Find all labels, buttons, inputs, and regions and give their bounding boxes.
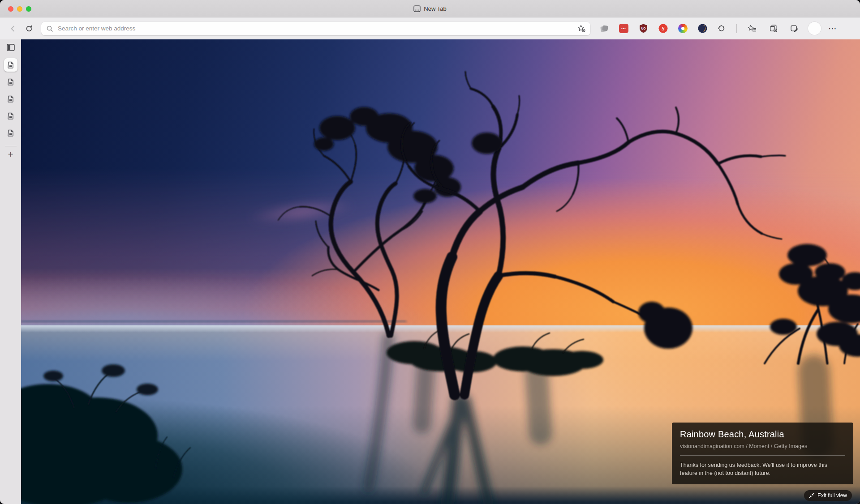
- new-tab-wallpaper: Rainbow Beach, Australia visionandimagin…: [21, 39, 860, 504]
- minimize-window-button[interactable]: [17, 6, 22, 12]
- toolbar: ••• UO S: [0, 17, 860, 39]
- settings-menu-button[interactable]: ⋯: [828, 24, 837, 33]
- toolbar-divider: [736, 24, 737, 33]
- extension-red-swirl-icon[interactable]: S: [658, 24, 668, 33]
- zoom-window-button[interactable]: [26, 6, 31, 12]
- sidebar-tab-1[interactable]: [4, 58, 17, 72]
- panel-divider: [680, 455, 845, 456]
- toolbar-right-group: [715, 23, 800, 34]
- extensions-row: ••• UO S: [599, 24, 707, 33]
- svg-text:S: S: [662, 26, 664, 31]
- active-tab[interactable]: New Tab: [413, 5, 446, 12]
- extension-dark-orb-icon[interactable]: [698, 24, 707, 33]
- document-icon: [7, 78, 15, 86]
- document-icon: [7, 95, 15, 103]
- collections-icon[interactable]: [767, 23, 779, 34]
- extension-color-wheel-icon[interactable]: [678, 24, 688, 33]
- image-source: visionandimagination.com / Moment / Gett…: [680, 443, 845, 449]
- reload-button[interactable]: [23, 23, 35, 34]
- vertical-tabs-toggle[interactable]: [7, 44, 15, 51]
- sidebar-tab-4[interactable]: [4, 109, 17, 123]
- titlebar: New Tab: [0, 0, 860, 17]
- collapse-icon: [809, 493, 814, 498]
- address-input[interactable]: [57, 25, 573, 32]
- extension-ublock-shield-icon[interactable]: UO: [639, 24, 648, 33]
- site-settings-star-icon[interactable]: [577, 25, 586, 33]
- sidebar-tabs: [4, 58, 17, 143]
- close-window-button[interactable]: [8, 6, 13, 12]
- extension-red-dots-icon[interactable]: •••: [619, 24, 628, 33]
- tab-title: New Tab: [424, 5, 446, 12]
- document-icon: [7, 112, 15, 120]
- sidebar-tab-2[interactable]: [4, 75, 17, 89]
- sidebar-divider: [5, 146, 17, 146]
- image-attribution-panel: Rainbow Beach, Australia visionandimagin…: [672, 423, 853, 484]
- exit-full-view-label: Exit full view: [817, 492, 847, 499]
- profile-avatar[interactable]: [808, 22, 821, 35]
- svg-text:UO: UO: [641, 27, 645, 30]
- traffic-lights: [8, 6, 31, 12]
- extension-gray-layers-icon[interactable]: [599, 24, 609, 33]
- new-tab-button[interactable]: +: [4, 150, 17, 159]
- search-icon: [46, 25, 53, 32]
- sidebar-tab-5[interactable]: [4, 126, 17, 140]
- back-button[interactable]: [7, 23, 19, 34]
- feedback-note: Thanks for sending us feedback. We'll us…: [680, 461, 845, 477]
- extensions-puzzle-icon[interactable]: [715, 23, 727, 34]
- sidebar-tab-3[interactable]: [4, 92, 17, 106]
- document-icon: [7, 129, 15, 137]
- address-bar[interactable]: [41, 22, 590, 35]
- web-capture-pen-icon[interactable]: [788, 23, 800, 34]
- new-tab-page-icon: [413, 5, 421, 12]
- main-area: +: [0, 39, 860, 504]
- image-title: Rainbow Beach, Australia: [680, 429, 845, 440]
- vertical-tab-sidebar: +: [0, 39, 21, 504]
- favorites-star-icon[interactable]: [746, 23, 758, 34]
- exit-full-view-button[interactable]: Exit full view: [804, 490, 852, 501]
- browser-window: New Tab ••• UO: [0, 0, 860, 504]
- document-icon: [7, 61, 15, 69]
